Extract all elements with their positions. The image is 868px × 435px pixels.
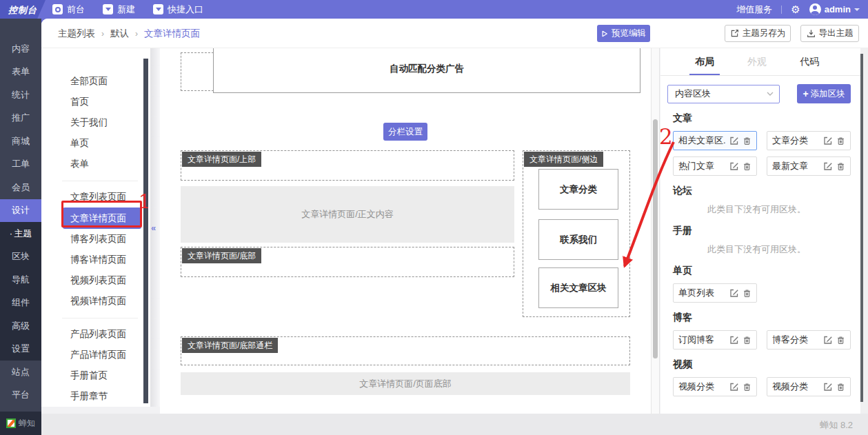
manual-empty-text: 此类目下没有可用区块。 — [707, 243, 854, 256]
trash-icon[interactable] — [743, 162, 751, 171]
chip-blog-category[interactable]: 博客分类 — [767, 330, 851, 350]
edit-icon[interactable] — [729, 382, 739, 392]
add-block-button[interactable]: + 添加区块 — [797, 84, 851, 103]
page-item-article-list[interactable]: 文章列表页面 — [41, 187, 150, 208]
breadcrumb-theme-list[interactable]: 主题列表 — [58, 28, 95, 40]
caret-down-icon — [103, 4, 113, 14]
export-theme-button[interactable]: 导出主题 — [800, 25, 859, 42]
section-title-manual: 手册 — [673, 225, 854, 237]
trash-icon[interactable] — [836, 136, 845, 145]
region-bottom[interactable]: 文章详情页面/底部 — [181, 247, 514, 277]
sidebar-item-form[interactable]: 表单 — [0, 61, 41, 84]
canvas-scrollbar-thumb[interactable] — [653, 119, 658, 358]
app-logo[interactable]: 控制台 — [0, 0, 46, 19]
region-page-footer[interactable]: 文章详情页面/页面底部 — [181, 372, 630, 395]
canvas-scrollbar[interactable] — [651, 48, 660, 414]
sidebar-item-block[interactable]: 区块 — [0, 245, 41, 269]
page-item-video-detail[interactable]: 视频详情页面 — [41, 291, 150, 312]
page-item-manual-chapter[interactable]: 手册章节 — [41, 386, 150, 407]
trash-icon[interactable] — [836, 336, 845, 345]
page-item-article-detail[interactable]: 文章详情页面 — [63, 208, 141, 229]
sidebar-item-stats[interactable]: 统计 — [0, 83, 41, 107]
side-block-related-articles[interactable]: 相关文章区块 — [538, 267, 618, 308]
page-item-single[interactable]: 单页 — [41, 133, 150, 154]
chip-related-articles[interactable]: 相关文章区... — [673, 131, 757, 150]
page-item-about[interactable]: 关于我们 — [41, 112, 150, 133]
trash-icon[interactable] — [743, 289, 751, 298]
edit-icon[interactable] — [823, 161, 833, 171]
download-icon — [807, 29, 816, 38]
user-avatar-icon — [809, 3, 821, 15]
sidebar-item-ticket[interactable]: 工单 — [0, 153, 41, 176]
preview-edit-button[interactable]: 预览编辑 — [597, 25, 650, 42]
sidebar-item-content[interactable]: 内容 — [0, 37, 41, 61]
block-category-select[interactable]: 内容区块 — [667, 85, 780, 103]
page-item-manual-home[interactable]: 手册首页 — [41, 365, 150, 386]
trash-icon[interactable] — [743, 136, 751, 145]
edit-icon[interactable] — [823, 335, 833, 345]
sidebar-item-theme[interactable]: ·主题 — [0, 222, 41, 245]
edit-icon[interactable] — [729, 335, 739, 345]
sidebar-item-site[interactable]: 站点 — [0, 361, 41, 384]
edit-icon[interactable] — [729, 136, 739, 145]
tab-layout[interactable]: 布局 — [678, 48, 731, 75]
create-menu-item[interactable]: 新建 — [103, 3, 135, 16]
page-item-all[interactable]: 全部页面 — [41, 71, 150, 92]
sidebar-item-component[interactable]: 组件 — [0, 292, 41, 315]
column-settings-button[interactable]: 分栏设置 — [383, 123, 427, 141]
region-top[interactable]: 文章详情页面/上部 — [181, 150, 514, 181]
ad-region[interactable]: 自动匹配分类广告 — [181, 52, 630, 91]
sidebar-item-promotion[interactable]: 推广 — [0, 107, 41, 130]
ad-block[interactable]: 自动匹配分类广告 — [213, 48, 640, 93]
quick-entry-menu-item[interactable]: 快捷入口 — [153, 3, 203, 16]
region-bottom-bar[interactable]: 文章详情页面/底部通栏 — [181, 336, 630, 365]
chip-subscribe-blog[interactable]: 订阅博客 — [673, 330, 757, 350]
chip-video-category-2[interactable]: 视频分类 — [767, 377, 851, 396]
collapse-panel-toggle[interactable]: « — [151, 223, 156, 233]
chip-video-category-1[interactable]: 视频分类 — [673, 377, 757, 396]
page-item-blog-detail[interactable]: 博客详情页面 — [41, 250, 150, 270]
page-list-scrollbar[interactable] — [143, 59, 148, 403]
edit-icon[interactable] — [729, 161, 739, 171]
edit-icon[interactable] — [823, 136, 833, 145]
page-item-blog-list[interactable]: 博客列表页面 — [41, 229, 150, 250]
trash-icon[interactable] — [743, 383, 751, 392]
save-as-icon — [730, 29, 739, 38]
gear-icon[interactable]: ⚙ — [791, 4, 800, 14]
sidebar-item-advanced[interactable]: 高级 — [0, 314, 41, 338]
user-menu[interactable]: admin — [809, 3, 860, 15]
region-main-content[interactable]: 文章详情页面/正文内容 — [181, 186, 514, 243]
sidebar-item-nav[interactable]: 导航 — [0, 268, 41, 292]
edit-icon[interactable] — [823, 382, 833, 392]
page-item-product-detail[interactable]: 产品详情页面 — [41, 345, 150, 365]
sidebar-item-settings[interactable]: 设置 — [0, 338, 41, 361]
panel-scrollbar-thumb[interactable] — [860, 54, 863, 402]
chip-article-category[interactable]: 文章分类 — [767, 131, 851, 150]
save-theme-as-button[interactable]: 主题另存为 — [725, 25, 791, 42]
page-item-product-list[interactable]: 产品列表页面 — [41, 324, 150, 345]
page-item-video-list[interactable]: 视频列表页面 — [41, 270, 150, 291]
page-item-home[interactable]: 首页 — [41, 92, 150, 112]
trash-icon[interactable] — [836, 162, 845, 171]
page-item-form[interactable]: 表单 — [41, 154, 150, 174]
tab-code[interactable]: 代码 — [783, 48, 836, 75]
edit-icon[interactable] — [729, 288, 739, 298]
value-added-service-link[interactable]: 增值服务 — [736, 3, 772, 16]
chip-hot-articles[interactable]: 热门文章 — [673, 156, 757, 176]
tab-appearance[interactable]: 外观 — [731, 48, 783, 75]
panel-scrollbar[interactable] — [860, 48, 868, 414]
breadcrumb-default[interactable]: 默认 — [110, 28, 129, 40]
chip-page-list[interactable]: 单页列表 — [673, 283, 757, 303]
sidebar-item-mall[interactable]: 商城 — [0, 130, 41, 153]
chip-latest-articles[interactable]: 最新文章 — [767, 156, 851, 176]
sidebar-item-design[interactable]: 设计 — [0, 199, 41, 223]
region-side[interactable]: 文章详情页面/侧边 文章分类 联系我们 相关文章区块 — [523, 150, 630, 317]
breadcrumb-separator: › — [129, 29, 144, 39]
trash-icon[interactable] — [836, 383, 845, 392]
sidebar-item-member[interactable]: 会员 — [0, 176, 41, 199]
frontend-menu-item[interactable]: 前台 — [52, 3, 85, 16]
sidebar-item-platform[interactable]: 平台 — [0, 384, 41, 407]
side-block-contact-us[interactable]: 联系我们 — [538, 219, 618, 260]
trash-icon[interactable] — [743, 336, 751, 345]
side-block-article-category[interactable]: 文章分类 — [538, 169, 618, 210]
